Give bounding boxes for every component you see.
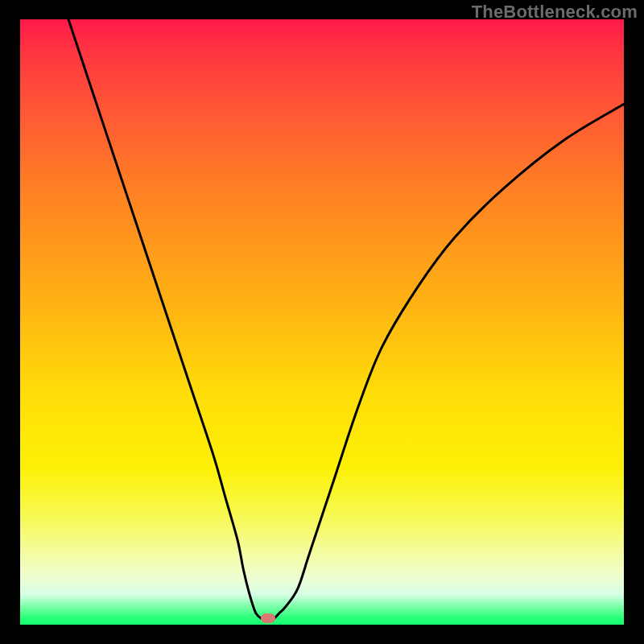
watermark-text: TheBottleneck.com bbox=[472, 2, 638, 23]
chart-frame: TheBottleneck.com bbox=[0, 0, 644, 644]
optimal-marker bbox=[261, 613, 275, 623]
plot-area bbox=[20, 19, 624, 625]
bottleneck-curve bbox=[20, 19, 624, 625]
